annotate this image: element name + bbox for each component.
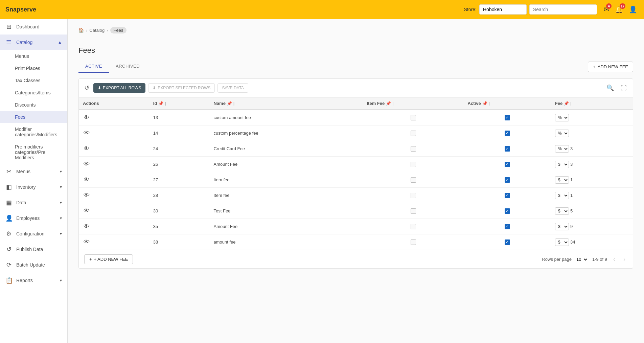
notification-icon-button[interactable]: 🔔 17 <box>614 4 625 15</box>
cell-name: custom amount fee <box>209 110 363 125</box>
mail-icon-button[interactable]: ✉ 4 <box>602 4 611 15</box>
rows-per-page-select[interactable]: 10 25 50 <box>574 256 588 263</box>
cell-item-fee <box>363 188 463 203</box>
fee-type-select[interactable]: % $ <box>555 176 569 184</box>
item-fee-checkbox[interactable] <box>411 131 416 136</box>
col-fee-sort[interactable]: | <box>570 101 571 106</box>
sidebar-label-batch-update: Batch Update <box>16 262 45 268</box>
next-page-button[interactable]: › <box>621 255 627 264</box>
sidebar-item-batch-update[interactable]: ⟳ Batch Update <box>0 257 67 273</box>
active-checkbox[interactable]: ✓ <box>505 131 510 136</box>
item-fee-checkbox[interactable] <box>411 193 416 198</box>
export-selected-button[interactable]: ⬇ EXPORT SELECTED ROWS <box>148 83 215 93</box>
cell-item-fee <box>363 203 463 219</box>
table-search-button[interactable]: 🔍 <box>604 83 616 93</box>
sidebar-item-reports[interactable]: 📋 Reports ▾ <box>0 273 67 288</box>
sidebar-item-menus-nav[interactable]: Menus <box>0 50 67 62</box>
sidebar-item-pre-modifiers[interactable]: Pre modifiers categories/Pre Modifiers <box>0 141 67 164</box>
view-row-button[interactable]: 👁 <box>83 222 90 231</box>
table-row: 👁13custom amount fee✓ % $ <box>79 110 633 125</box>
item-fee-checkbox[interactable] <box>411 115 416 120</box>
breadcrumb-current: Fees <box>110 27 127 33</box>
sidebar-item-menus-section[interactable]: ✂ Menus ▾ <box>0 164 67 179</box>
export-all-button[interactable]: ⬇ EXPORT ALL ROWS <box>93 83 145 93</box>
sidebar-item-print-places[interactable]: Print Places <box>0 62 67 74</box>
sidebar-item-categories-items[interactable]: Categories/Items <box>0 87 67 99</box>
add-new-fee-label-bottom: + ADD NEW FEE <box>94 257 128 262</box>
cell-name: Amount Fee <box>209 157 363 172</box>
store-input[interactable] <box>479 4 527 15</box>
user-avatar-button[interactable]: 👤 <box>627 4 639 15</box>
table-fullscreen-button[interactable]: ⛶ <box>619 83 629 93</box>
sidebar-item-data[interactable]: ▦ Data ▾ <box>0 195 67 210</box>
item-fee-checkbox[interactable] <box>411 224 416 229</box>
sidebar-item-dashboard[interactable]: ⊞ Dashboard <box>0 19 67 35</box>
home-icon[interactable]: 🏠 <box>78 28 84 33</box>
active-checkbox[interactable]: ✓ <box>505 177 510 183</box>
item-fee-checkbox[interactable] <box>411 146 416 152</box>
col-id-sort[interactable]: | <box>165 101 166 106</box>
cell-item-fee <box>363 141 463 157</box>
col-active-sort[interactable]: | <box>489 101 490 106</box>
tab-archived[interactable]: ARCHIVED <box>109 60 146 73</box>
rows-per-page: Rows per page 10 25 50 <box>542 256 588 263</box>
view-row-button[interactable]: 👁 <box>83 176 90 184</box>
cell-name: Credit Card Fee <box>209 141 363 157</box>
add-new-fee-button-top[interactable]: + ADD NEW FEE <box>588 62 633 72</box>
sidebar-item-configuration[interactable]: ⚙ Configuration ▾ <box>0 226 67 242</box>
sidebar-item-tax-classes[interactable]: Tax Classes <box>0 74 67 87</box>
breadcrumb-catalog[interactable]: Catalog <box>89 28 105 33</box>
active-checkbox[interactable]: ✓ <box>505 239 510 245</box>
active-checkbox[interactable]: ✓ <box>505 146 510 152</box>
fee-type-select[interactable]: % $ <box>555 207 569 215</box>
search-input[interactable] <box>529 4 597 15</box>
active-checkbox[interactable]: ✓ <box>505 162 510 167</box>
sidebar-item-modifier-categories[interactable]: Modifier categories/Modifiers <box>0 123 67 141</box>
fee-type-select[interactable]: % $ <box>555 114 569 121</box>
active-checkbox[interactable]: ✓ <box>505 208 510 214</box>
cell-name: Item fee <box>209 172 363 188</box>
view-row-button[interactable]: 👁 <box>83 144 90 153</box>
fee-cell: % $ 9 <box>555 223 629 230</box>
cell-item-fee <box>363 172 463 188</box>
fee-type-select[interactable]: % $ <box>555 192 569 199</box>
tab-active[interactable]: ACTIVE <box>78 60 109 73</box>
view-row-button[interactable]: 👁 <box>83 113 90 122</box>
save-data-button[interactable]: SAVE DATA <box>217 83 248 93</box>
cell-id: 14 <box>149 125 210 141</box>
sidebar-label-pre-modifiers: Pre modifiers categories/Pre Modifiers <box>15 144 62 160</box>
item-fee-checkbox[interactable] <box>411 162 416 167</box>
col-item-fee-sort[interactable]: | <box>392 101 393 106</box>
refresh-button[interactable]: ↺ <box>83 83 91 93</box>
active-checkbox[interactable]: ✓ <box>505 224 510 229</box>
view-row-button[interactable]: 👁 <box>83 160 90 168</box>
active-checkbox[interactable]: ✓ <box>505 115 510 120</box>
item-fee-checkbox[interactable] <box>411 208 416 214</box>
fee-type-select[interactable]: % $ <box>555 145 569 153</box>
employees-chevron-icon: ▾ <box>60 216 62 221</box>
sidebar-item-employees[interactable]: 👤 Employees ▾ <box>0 210 67 226</box>
sidebar-item-inventory[interactable]: ◧ Inventory ▾ <box>0 179 67 195</box>
sidebar: ⊞ Dashboard ☰ Catalog ▲ Menus Print Plac… <box>0 19 68 343</box>
col-name-sort[interactable]: | <box>233 101 234 106</box>
col-id: Id 📌 | <box>149 97 210 110</box>
fee-type-select[interactable]: % $ <box>555 223 569 230</box>
item-fee-checkbox[interactable] <box>411 239 416 245</box>
view-row-button[interactable]: 👁 <box>83 129 90 137</box>
view-row-button[interactable]: 👁 <box>83 191 90 200</box>
fee-type-select[interactable]: % $ <box>555 161 569 168</box>
fee-value: 3 <box>570 146 573 151</box>
sidebar-item-publish-data[interactable]: ↺ Publish Data <box>0 242 67 257</box>
item-fee-checkbox[interactable] <box>411 177 416 183</box>
reports-icon: 📋 <box>5 277 12 284</box>
sidebar-item-fees[interactable]: Fees <box>0 111 67 123</box>
add-new-fee-button-bottom[interactable]: + + ADD NEW FEE <box>84 254 133 264</box>
fee-type-select[interactable]: % $ <box>555 238 569 246</box>
view-row-button[interactable]: 👁 <box>83 238 90 246</box>
sidebar-item-discounts[interactable]: Discounts <box>0 99 67 111</box>
view-row-button[interactable]: 👁 <box>83 207 90 215</box>
prev-page-button[interactable]: ‹ <box>611 255 617 264</box>
active-checkbox[interactable]: ✓ <box>505 193 510 198</box>
sidebar-item-catalog[interactable]: ☰ Catalog ▲ <box>0 35 67 50</box>
fee-type-select[interactable]: % $ <box>555 130 569 137</box>
